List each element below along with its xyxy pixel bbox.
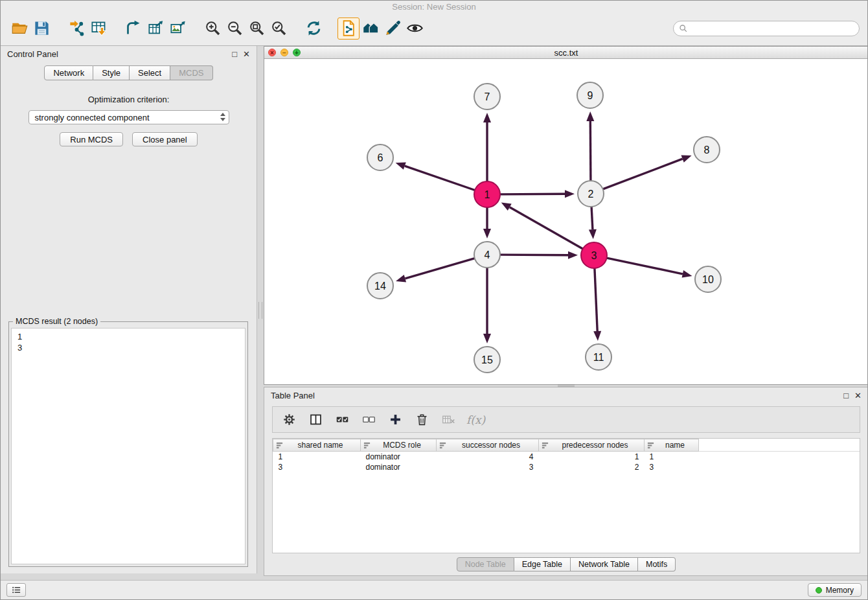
select-all-columns-button[interactable]	[334, 411, 350, 428]
cell-name[interactable]: 1	[645, 452, 699, 462]
zoom-selected-button[interactable]	[268, 17, 290, 40]
mcds-result-list[interactable]: 1 3	[11, 328, 246, 564]
cell-shared-name[interactable]: 1	[273, 452, 361, 462]
export-table-button[interactable]	[144, 17, 166, 40]
criterion-select-value: strongly connected component	[35, 113, 150, 122]
column-header-shared-name[interactable]: shared name	[273, 439, 361, 452]
close-table-panel-icon[interactable]: ✕	[854, 391, 862, 400]
zoom-fit-button[interactable]	[246, 17, 268, 40]
edge-arrowhead-1-7	[483, 113, 491, 122]
vertical-splitter-handle[interactable]	[258, 302, 262, 319]
close-panel-button[interactable]: Close panel	[132, 132, 198, 146]
edge-2-9[interactable]	[590, 121, 591, 181]
control-panel-header: Control Panel □ ✕	[1, 46, 257, 62]
tab-network[interactable]: Network	[44, 65, 93, 80]
criterion-select[interactable]: strongly connected component	[29, 110, 229, 124]
zoom-out-button[interactable]	[223, 17, 246, 40]
svg-text:3: 3	[591, 250, 597, 261]
run-mcds-button[interactable]: Run MCDS	[60, 132, 123, 146]
show-hide-button[interactable]	[404, 17, 426, 40]
column-header-name[interactable]: name	[645, 439, 699, 452]
edge-2-8[interactable]	[603, 159, 683, 189]
search-input[interactable]	[691, 24, 854, 33]
create-column-button[interactable]	[387, 411, 404, 428]
import-table-button[interactable]	[87, 17, 109, 40]
graph-node-2[interactable]: 2	[578, 181, 604, 207]
export-image-button[interactable]	[166, 17, 188, 40]
tab-motifs[interactable]: Motifs	[638, 557, 676, 571]
column-type-icon	[647, 442, 654, 449]
open-file-button[interactable]	[8, 17, 30, 40]
graph-node-1[interactable]: 1	[474, 181, 500, 207]
edge-3-1[interactable]	[510, 207, 583, 249]
delete-column-button[interactable]	[413, 411, 430, 428]
cell-shared-name[interactable]: 3	[273, 462, 361, 472]
graph-node-7[interactable]: 7	[474, 84, 500, 110]
graph-node-4[interactable]: 4	[474, 242, 500, 268]
cell-predecessor-nodes[interactable]: 1	[539, 452, 645, 462]
cell-name[interactable]: 3	[645, 462, 699, 472]
control-panel-tabs: Network Style Select MCDS	[1, 65, 257, 80]
graph-node-6[interactable]: 6	[367, 144, 393, 170]
column-type-icon	[363, 442, 371, 449]
graph-node-9[interactable]: 9	[577, 82, 603, 108]
control-panel: Control Panel □ ✕ Network Style Select M…	[1, 46, 257, 573]
svg-text:11: 11	[593, 352, 604, 363]
edge-4-3[interactable]	[500, 255, 568, 255]
share-document-button[interactable]	[337, 17, 360, 40]
close-panel-icon[interactable]: ✕	[243, 50, 250, 58]
network-canvas[interactable]: 7968124314101511	[264, 59, 868, 384]
window-titlebar[interactable]: Session: New Session	[1, 1, 867, 11]
minimize-window-button[interactable]: −	[280, 49, 288, 56]
apply-layout-button[interactable]	[303, 17, 325, 40]
tab-network-table[interactable]: Network Table	[571, 557, 638, 571]
cell-successor-nodes[interactable]: 3	[437, 462, 539, 472]
network-window-titlebar[interactable]: scc.txt × − +	[264, 47, 868, 59]
save-session-button[interactable]	[30, 17, 52, 40]
column-header-predecessor-nodes[interactable]: predecessor nodes	[539, 439, 645, 452]
float-table-panel-icon[interactable]: □	[843, 391, 849, 400]
graph-node-14[interactable]: 14	[367, 273, 393, 299]
table-panel-tabs: Node Table Edge Table Network Table Moti…	[264, 557, 868, 571]
edge-3-10[interactable]	[607, 258, 683, 274]
export-network-button[interactable]	[122, 17, 144, 40]
edge-1-6[interactable]	[405, 166, 475, 190]
memory-button[interactable]: Memory	[808, 583, 862, 597]
cell-mcds-role[interactable]: dominator	[361, 462, 437, 472]
status-list-button[interactable]	[6, 583, 26, 597]
tab-style[interactable]: Style	[93, 65, 130, 80]
edge-2-3[interactable]	[591, 207, 593, 229]
tab-node-table[interactable]: Node Table	[457, 557, 514, 571]
tab-select[interactable]: Select	[130, 65, 170, 80]
network-graph[interactable]: 7968124314101511	[264, 59, 868, 384]
graph-node-11[interactable]: 11	[586, 344, 611, 370]
cell-mcds-role[interactable]: dominator	[361, 452, 437, 462]
table-row-node-3[interactable]: 3 dominator 3 2 3	[273, 462, 860, 472]
tab-edge-table[interactable]: Edge Table	[514, 557, 571, 571]
zoom-in-button[interactable]	[201, 17, 223, 40]
float-panel-icon[interactable]: □	[232, 50, 237, 58]
close-window-button[interactable]: ×	[268, 49, 276, 56]
column-header-mcds-role[interactable]: MCDS role	[361, 439, 437, 452]
edge-3-11[interactable]	[595, 268, 597, 331]
graph-node-3[interactable]: 3	[581, 242, 607, 268]
edge-1-2[interactable]	[500, 194, 565, 194]
style-button[interactable]	[382, 17, 404, 40]
unselect-all-columns-button[interactable]	[360, 411, 377, 428]
zoom-selected-icon	[270, 19, 288, 37]
graph-node-10[interactable]: 10	[695, 266, 721, 292]
import-network-button[interactable]	[65, 17, 87, 40]
svg-text:15: 15	[481, 354, 493, 365]
cell-successor-nodes[interactable]: 4	[437, 452, 539, 462]
show-columns-button[interactable]	[307, 411, 324, 428]
graph-node-8[interactable]: 8	[694, 137, 720, 163]
column-header-successor-nodes[interactable]: successor nodes	[437, 439, 539, 452]
edge-4-14[interactable]	[405, 259, 474, 279]
table-settings-button[interactable]	[280, 411, 297, 428]
graph-node-15[interactable]: 15	[474, 347, 500, 373]
tab-mcds[interactable]: MCDS	[170, 65, 212, 80]
cell-predecessor-nodes[interactable]: 2	[539, 462, 645, 472]
table-row-node-1[interactable]: 1 dominator 4 1 1	[273, 452, 860, 462]
home-button[interactable]	[360, 17, 382, 40]
maximize-window-button[interactable]: +	[293, 49, 301, 56]
